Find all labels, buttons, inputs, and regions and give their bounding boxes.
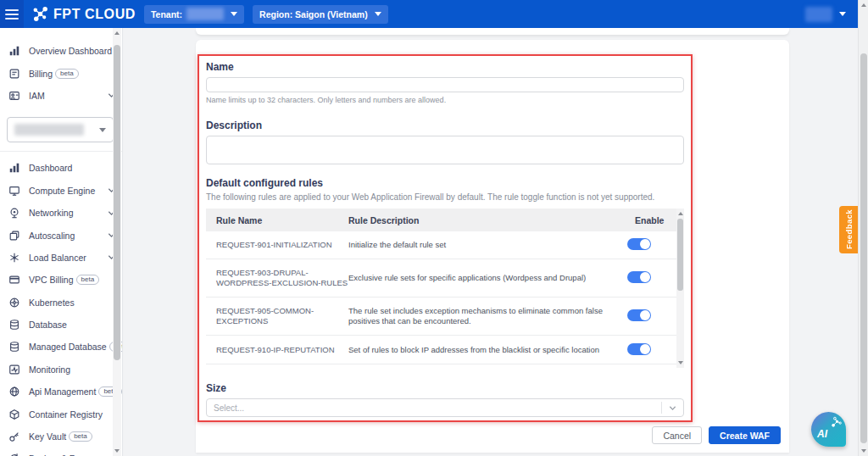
feedback-tab[interactable]: Feedback	[839, 206, 858, 253]
rule-enable-toggle[interactable]	[627, 309, 651, 321]
annotation-red-frame: Name Name limits up to 32 characters. On…	[198, 54, 693, 422]
sidebar-item-label: Dashboard	[29, 163, 72, 173]
sidebar-item-kubernetes[interactable]: Kubernetes	[0, 292, 122, 314]
sidebar-nav: Overview DashboardBillingbetaIAM Dashboa…	[0, 28, 123, 456]
container-registry-icon	[8, 408, 21, 420]
autoscaling-icon	[8, 229, 21, 242]
sidebar-item-networking[interactable]: Networking	[0, 202, 122, 224]
tenant-dropdown[interactable]: Tenant:	[144, 5, 244, 24]
sidebar-item-compute-engine[interactable]: Compute Engine	[0, 180, 122, 202]
scroll-down-icon[interactable]	[860, 448, 867, 454]
column-rule-name: Rule Name	[206, 215, 348, 225]
fpt-cloud-console: FPT CLOUD Tenant: Region: Saigon (Vietna…	[0, 0, 868, 456]
brand-logo[interactable]: FPT CLOUD	[32, 6, 136, 22]
page-scrollbar-thumb[interactable]	[860, 53, 867, 443]
vpc-billing-icon	[8, 274, 21, 286]
size-helper-text: Select size from suggested list	[206, 420, 684, 422]
sidebar-item-key-vault[interactable]: Key Vaultbeta	[0, 425, 122, 448]
sidebar-item-label: Load Balancer	[29, 253, 86, 263]
hamburger-menu-icon[interactable]	[0, 0, 24, 28]
database-icon	[8, 319, 21, 331]
rule-row-request-905-common-exceptions: REQUEST-905-COMMON-EXCEPTIONSThe rule se…	[206, 298, 676, 336]
previous-card-bottom	[196, 28, 789, 35]
sidebar-item-dashboard[interactable]: Dashboard	[0, 157, 122, 179]
rule-row-request-903-drupal-wordpress-exclusion-rules: REQUEST-903-DRUPAL-WORDPRESS-EXCLUSION-R…	[206, 259, 676, 298]
rule-row-request-910-ip-reputation: REQUEST-910-IP-REPUTATIONSet of rules to…	[206, 336, 676, 364]
size-select[interactable]: Select...	[206, 398, 684, 417]
sidebar-item-backup-recovery[interactable]: Backup & Recovery	[0, 448, 122, 456]
rule-enable-toggle[interactable]	[627, 271, 651, 283]
ai-assistant-button[interactable]: AI	[811, 412, 846, 447]
scroll-up-icon[interactable]	[677, 210, 684, 217]
sidebar-scrollbar-thumb[interactable]	[114, 45, 120, 360]
sidebar-item-label: Kubernetes	[29, 298, 75, 308]
bar-chart-icon	[8, 45, 21, 58]
scroll-up-icon[interactable]	[114, 30, 120, 36]
feedback-label: Feedback	[844, 209, 854, 249]
name-input[interactable]	[206, 77, 684, 92]
rule-description: Exclusive rule sets for specific applica…	[348, 273, 627, 283]
size-field-label: Size	[206, 382, 684, 394]
iam-icon	[8, 89, 21, 102]
rule-name: REQUEST-901-INITIALIZATION	[206, 240, 348, 250]
fpt-cloud-molecule-icon	[32, 6, 48, 22]
ai-label: AI	[817, 428, 827, 440]
chevron-down-icon	[839, 12, 846, 16]
molecule-icon	[826, 416, 842, 431]
sidebar-item-api-management[interactable]: Api Managementbeta	[0, 381, 122, 403]
cancel-button[interactable]: Cancel	[652, 426, 702, 444]
beta-badge: beta	[55, 69, 79, 79]
description-input[interactable]	[206, 136, 684, 164]
size-select-placeholder: Select...	[214, 403, 244, 413]
sidebar-item-monitoring[interactable]: Monitoring	[0, 359, 122, 381]
create-waf-button[interactable]: Create WAF	[709, 426, 781, 444]
compute-engine-icon	[8, 184, 21, 197]
scroll-down-icon[interactable]	[114, 448, 120, 454]
sidebar-item-label: Database	[29, 320, 67, 330]
rule-enable-toggle[interactable]	[627, 238, 651, 250]
sidebar-item-billing[interactable]: Billingbeta	[0, 62, 122, 84]
sidebar-scrollbar[interactable]	[113, 28, 121, 456]
sidebar-item-container-registry[interactable]: Container Registry	[0, 403, 122, 425]
database-icon	[8, 341, 21, 353]
scroll-down-icon[interactable]	[677, 359, 684, 366]
rule-name: REQUEST-905-COMMON-EXCEPTIONS	[206, 306, 348, 326]
chevron-down-icon	[99, 128, 106, 132]
beta-badge: beta	[69, 431, 92, 442]
sidebar-item-label: Networking	[29, 208, 74, 218]
sidebar-item-iam[interactable]: IAM	[0, 85, 122, 107]
rule-description: Initialize the default rule set	[348, 240, 627, 250]
rule-enable-toggle[interactable]	[627, 343, 651, 355]
sidebar-item-load-balancer[interactable]: Load Balancer	[0, 247, 122, 269]
sidebar-item-label: Billing	[29, 69, 53, 79]
account-value-redacted	[805, 7, 832, 22]
sidebar-item-overview-dashboard[interactable]: Overview Dashboard	[0, 40, 122, 62]
page-scrollbar[interactable]	[858, 0, 868, 456]
sidebar-item-autoscaling[interactable]: Autoscaling	[0, 224, 122, 246]
sidebar-item-label: IAM	[29, 91, 45, 101]
sidebar-item-label: Managed Database	[29, 342, 107, 352]
rules-scrollbar-thumb[interactable]	[677, 219, 683, 291]
sidebar-item-label: VPC Billing	[29, 275, 74, 285]
sidebar-item-database[interactable]: Database	[0, 314, 122, 336]
sidebar-item-label: Container Registry	[29, 409, 103, 420]
tenant-label: Tenant:	[151, 9, 182, 19]
rule-row-request-901-initialization: REQUEST-901-INITIALIZATIONInitialize the…	[206, 231, 676, 259]
region-dropdown[interactable]: Region: Saigon (Vietnam)	[253, 5, 388, 24]
monitoring-icon	[8, 363, 21, 375]
account-dropdown[interactable]	[798, 5, 846, 24]
load-balancer-icon	[8, 251, 21, 264]
rules-table-header: Rule Name Rule Description Enable	[206, 209, 684, 231]
kubernetes-icon	[8, 296, 21, 309]
project-select[interactable]	[7, 117, 114, 142]
chevron-down-icon	[231, 12, 237, 16]
sidebar-item-vpc-billing[interactable]: VPC Billingbeta	[0, 269, 122, 291]
default-rules-table: Rule Name Rule Description Enable REQUES…	[206, 209, 684, 368]
scroll-up-icon[interactable]	[860, 2, 867, 8]
sidebar-item-label: Overview Dashboard	[29, 46, 112, 56]
backup-recovery-icon	[8, 453, 21, 456]
rules-section-title: Default configured rules	[206, 177, 684, 189]
rules-table-scrollbar[interactable]	[676, 209, 684, 368]
key-vault-icon	[8, 431, 21, 443]
sidebar-item-managed-database[interactable]: Managed Databasebeta	[0, 336, 122, 358]
